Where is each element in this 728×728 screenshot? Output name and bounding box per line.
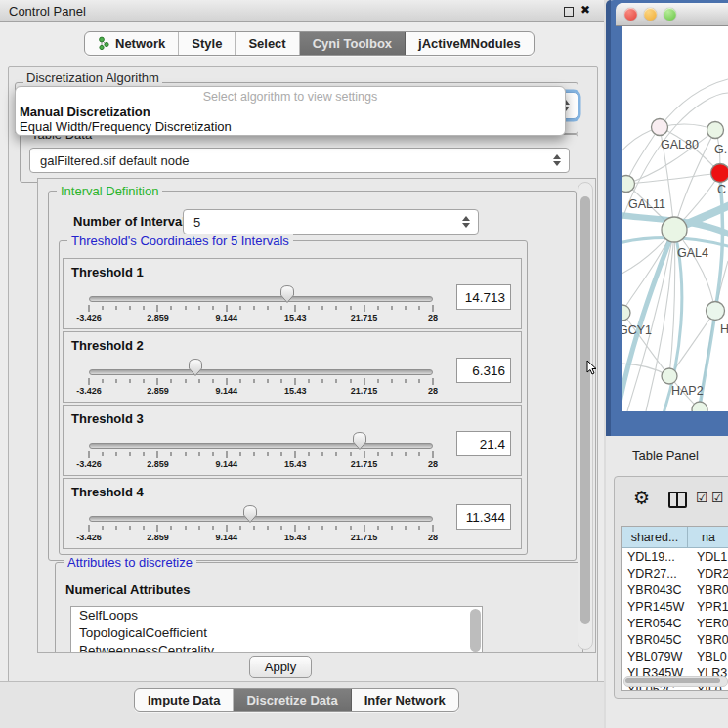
threshold-slider-track[interactable] bbox=[89, 296, 433, 302]
tick-label: 9.144 bbox=[216, 459, 238, 469]
table-horizontal-scrollbar[interactable] bbox=[623, 676, 728, 687]
attribute-list-item[interactable]: TopologicalCoefficient bbox=[71, 624, 482, 642]
column-header-name[interactable]: na bbox=[688, 527, 728, 547]
tick-label: 15.43 bbox=[284, 459, 307, 469]
tab-label: Network bbox=[115, 36, 165, 51]
table-row[interactable]: YBL079WYBL0 bbox=[622, 648, 728, 664]
tab-cyni-toolbox[interactable]: Cyni Toolbox bbox=[300, 32, 406, 55]
dropdown-option[interactable]: Manual Discretization bbox=[20, 105, 150, 119]
table-row[interactable]: YER054CYER0 bbox=[622, 615, 728, 631]
close-icon[interactable]: ✖ bbox=[580, 3, 590, 17]
zoom-traffic-light-icon[interactable] bbox=[664, 8, 676, 21]
settings-vertical-scrollbar[interactable] bbox=[578, 182, 593, 650]
threshold-slider-ticks: -3.4262.8599.14415.4321.71528 bbox=[89, 305, 433, 313]
numerical-attributes-list[interactable]: SelfLoopsTopologicalCoefficientBetweenne… bbox=[70, 606, 483, 653]
top-tab-bar: NetworkStyleSelectCyni ToolboxjActiveMNo… bbox=[84, 31, 535, 56]
attributes-group: Attributes to discretize Numerical Attri… bbox=[55, 562, 583, 653]
tab-select[interactable]: Select bbox=[236, 32, 299, 55]
network-node[interactable] bbox=[692, 402, 707, 411]
checkbox-icon[interactable]: ☑ bbox=[711, 490, 724, 505]
threshold-slider-knob[interactable] bbox=[242, 504, 258, 524]
cell-name: YBR0 bbox=[692, 631, 728, 648]
network-node[interactable] bbox=[662, 368, 677, 384]
threshold-slider-track[interactable] bbox=[89, 516, 433, 522]
threshold-panel: Threshold 2-3.4262.8599.14415.4321.71528… bbox=[63, 331, 522, 403]
cell-name: YDR2 bbox=[692, 565, 728, 581]
tick-label: 21.715 bbox=[351, 386, 378, 396]
table-row[interactable]: YPR145WYPR1 bbox=[622, 598, 728, 615]
close-traffic-light-icon[interactable] bbox=[624, 8, 637, 21]
threshold-value-field[interactable]: 14.713 bbox=[456, 284, 511, 310]
table-data-combobox[interactable]: galFiltered.sif default node bbox=[29, 148, 570, 173]
node-attribute-table[interactable]: shared... na YDL19...YDL1YDR27...YDR2YBR… bbox=[621, 526, 728, 691]
network-node[interactable] bbox=[662, 217, 687, 242]
column-header-shared-name[interactable]: shared... bbox=[622, 527, 688, 547]
network-node[interactable] bbox=[711, 164, 728, 183]
window-frame-edge bbox=[606, 0, 611, 436]
table-row[interactable]: YBR043CYBR0 bbox=[622, 581, 728, 598]
network-node[interactable] bbox=[652, 119, 668, 136]
algorithm-dropdown-popup: Select algorithm to view settings Manual… bbox=[15, 86, 566, 136]
tick-label: 2.859 bbox=[147, 386, 169, 396]
attribute-list-item[interactable]: SelfLoops bbox=[71, 607, 482, 624]
number-of-intervals-combobox[interactable]: 5 bbox=[183, 209, 479, 235]
cell-name: YPR1 bbox=[692, 598, 728, 615]
threshold-value-field[interactable]: 11.344 bbox=[456, 504, 511, 530]
gear-icon[interactable]: ⚙ bbox=[633, 487, 650, 508]
network-node[interactable] bbox=[707, 302, 725, 321]
threshold-slider-ticks: -3.4262.8599.14415.4321.71528 bbox=[89, 378, 433, 386]
apply-button[interactable]: Apply bbox=[249, 656, 312, 678]
tick-label: 21.715 bbox=[351, 533, 378, 542]
float-window-icon[interactable] bbox=[564, 7, 574, 17]
threshold-slider-knob[interactable] bbox=[188, 358, 203, 377]
interval-definition-group: Interval Definition Number of Intervals … bbox=[48, 191, 577, 561]
network-window-titlebar bbox=[616, 3, 728, 26]
cell-name: YBL0 bbox=[692, 648, 728, 664]
threshold-slider-track[interactable] bbox=[89, 443, 433, 449]
cell-shared-name: YPR145W bbox=[622, 598, 692, 615]
network-canvas[interactable]: GAL80G.CGAL11GAL4GCY1HHAP2 bbox=[622, 26, 728, 411]
tick-label: 2.859 bbox=[147, 459, 169, 469]
table-row[interactable]: YDR27...YDR2 bbox=[622, 565, 728, 581]
minimize-traffic-light-icon[interactable] bbox=[644, 8, 657, 21]
threshold-value-field[interactable]: 21.4 bbox=[456, 431, 511, 456]
table-data-value: galFiltered.sif default node bbox=[40, 153, 189, 168]
tick-label: 28 bbox=[428, 533, 438, 542]
tab-discretize-data[interactable]: Discretize Data bbox=[234, 689, 351, 711]
screenshot-root: { "window": {"title": "Control Panel"}, … bbox=[0, 0, 728, 728]
split-columns-icon[interactable] bbox=[668, 492, 687, 508]
network-node[interactable] bbox=[707, 122, 724, 139]
tab-impute-data[interactable]: Impute Data bbox=[135, 689, 234, 711]
threshold-label: Threshold 4 bbox=[71, 485, 144, 499]
network-node[interactable] bbox=[622, 305, 630, 321]
network-node-label: GAL80 bbox=[661, 138, 699, 151]
table-row[interactable]: YDL19...YDL1 bbox=[622, 548, 728, 565]
tick-label: 15.43 bbox=[284, 386, 307, 396]
threshold-slider-track[interactable] bbox=[89, 369, 433, 375]
checkbox-icon[interactable]: ☑ bbox=[696, 490, 708, 505]
tab-label: Cyni Toolbox bbox=[313, 36, 392, 51]
number-of-intervals-value: 5 bbox=[193, 215, 200, 230]
tab-label: Select bbox=[248, 36, 285, 51]
attributes-list-scrollbar[interactable] bbox=[470, 609, 481, 652]
threshold-value-field[interactable]: 6.316 bbox=[456, 358, 511, 383]
network-node[interactable] bbox=[622, 176, 635, 193]
tab-infer-network[interactable]: Infer Network bbox=[352, 689, 458, 711]
network-node-label: H bbox=[720, 322, 728, 336]
network-node-label: C bbox=[717, 183, 726, 196]
tick-label: 2.859 bbox=[147, 533, 169, 542]
tab-jactivemnodules[interactable]: jActiveMNodules bbox=[406, 32, 534, 55]
threshold-slider-knob[interactable] bbox=[279, 284, 295, 304]
dropdown-placeholder: Select algorithm to view settings bbox=[16, 90, 565, 104]
attribute-list-item[interactable]: BetweennessCentrality bbox=[71, 642, 482, 653]
tab-network[interactable]: Network bbox=[85, 32, 179, 55]
control-panel-titlebar: Control Panel ✖ bbox=[0, 0, 604, 22]
cell-shared-name: YER054C bbox=[622, 615, 692, 631]
thresholds-group: Threshold's Coordinates for 5 Intervals … bbox=[59, 240, 528, 555]
threshold-slider-knob[interactable] bbox=[352, 431, 367, 450]
table-row[interactable]: YBR045CYBR0 bbox=[622, 631, 728, 648]
cell-shared-name: YBR043C bbox=[622, 581, 692, 598]
dropdown-option[interactable]: Equal Width/Frequency Discretization bbox=[20, 119, 232, 134]
threshold-rows: Threshold 1-3.4262.8599.14415.4321.71528… bbox=[63, 258, 522, 551]
tab-style[interactable]: Style bbox=[179, 32, 236, 55]
